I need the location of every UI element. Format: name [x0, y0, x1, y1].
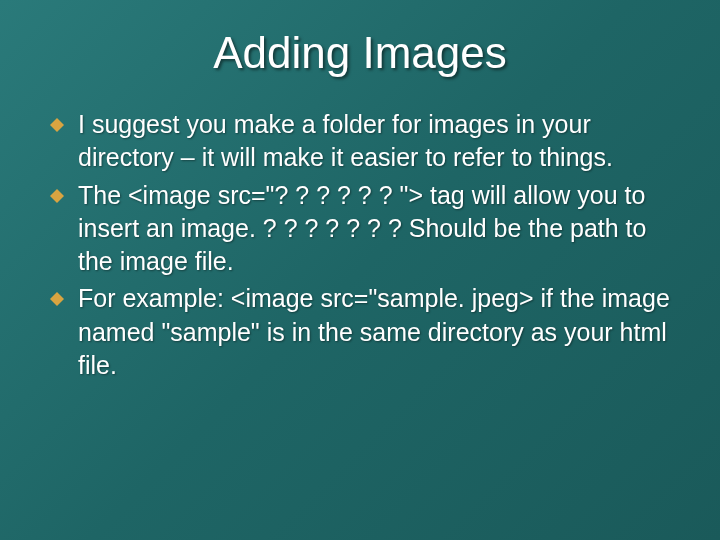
slide: Adding Images I suggest you make a folde…: [0, 0, 720, 540]
bullet-text: For example: <image src="sample. jpeg> i…: [78, 284, 670, 379]
diamond-bullet-icon: [50, 189, 64, 203]
bullet-text: The <image src="? ? ? ? ? ? "> tag will …: [78, 181, 646, 276]
list-item: The <image src="? ? ? ? ? ? "> tag will …: [50, 179, 670, 279]
diamond-bullet-icon: [50, 118, 64, 132]
list-item: I suggest you make a folder for images i…: [50, 108, 670, 175]
svg-marker-1: [50, 189, 64, 203]
svg-marker-0: [50, 118, 64, 132]
svg-marker-2: [50, 292, 64, 306]
slide-title: Adding Images: [0, 0, 720, 88]
list-item: For example: <image src="sample. jpeg> i…: [50, 282, 670, 382]
diamond-bullet-icon: [50, 292, 64, 306]
bullet-text: I suggest you make a folder for images i…: [78, 110, 613, 171]
slide-content: I suggest you make a folder for images i…: [0, 88, 720, 382]
bullet-list: I suggest you make a folder for images i…: [50, 108, 670, 382]
